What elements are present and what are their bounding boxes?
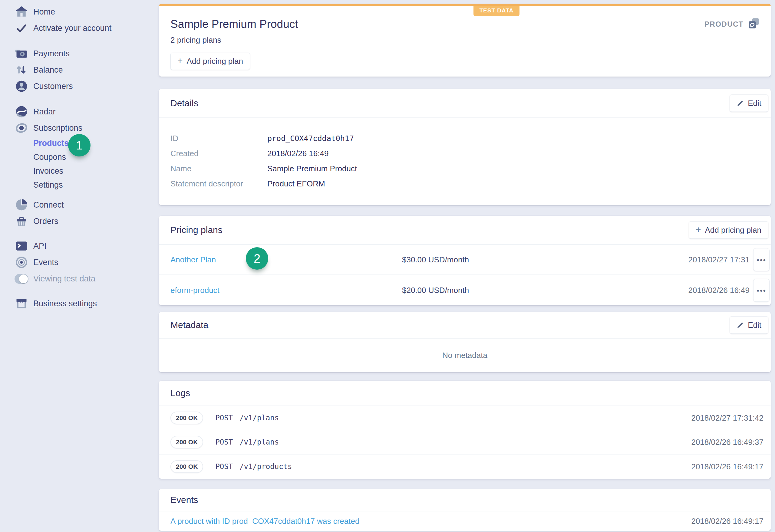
sidebar-item-label: API bbox=[33, 241, 47, 251]
sidebar-item-radar[interactable]: Radar bbox=[0, 103, 153, 120]
no-metadata-text: No metadata bbox=[159, 339, 771, 372]
sidebar-item-label: Business settings bbox=[33, 299, 97, 308]
sidebar-item-label: Customers bbox=[33, 82, 73, 91]
plus-icon: + bbox=[696, 225, 701, 234]
product-header-card: TEST DATA PRODUCT Sample Premium Product… bbox=[159, 4, 771, 77]
home-icon bbox=[15, 5, 28, 18]
product-sync-icon bbox=[748, 17, 760, 31]
sidebar-item-customers[interactable]: Customers bbox=[0, 78, 153, 94]
test-data-badge: TEST DATA bbox=[474, 6, 520, 16]
logs-title: Logs bbox=[170, 388, 190, 398]
sidebar-item-label: Events bbox=[33, 258, 58, 267]
sidebar-item-label: Subscriptions bbox=[33, 123, 82, 133]
sidebar-item-orders[interactable]: Orders bbox=[0, 213, 153, 229]
status-badge: 200 OK bbox=[170, 412, 203, 424]
step-1-marker: 1 bbox=[68, 134, 90, 156]
log-request: POST/v1/products bbox=[215, 462, 292, 471]
customers-icon bbox=[15, 80, 28, 93]
event-timestamp: 2018/02/26 16:49:17 bbox=[691, 517, 764, 526]
details-card: Details Edit ID prod_COX47cddat0h17 Crea… bbox=[159, 89, 771, 205]
detail-row-name: Name Sample Premium Product bbox=[170, 161, 759, 176]
edit-details-label: Edit bbox=[748, 99, 761, 108]
sidebar-item-settings[interactable]: Settings bbox=[0, 178, 153, 192]
sidebar-item-payments[interactable]: Payments bbox=[0, 45, 153, 62]
test-data-strip bbox=[159, 4, 771, 6]
events-icon bbox=[15, 256, 28, 269]
check-icon bbox=[15, 22, 28, 34]
sidebar-item-balance[interactable]: Balance bbox=[0, 62, 153, 78]
edit-metadata-label: Edit bbox=[748, 320, 761, 330]
sidebar-item-label: Coupons bbox=[33, 153, 66, 162]
storefront-icon bbox=[15, 297, 28, 310]
detail-row-id: ID prod_COX47cddat0h17 bbox=[170, 131, 759, 146]
toggle-icon[interactable] bbox=[15, 274, 28, 284]
page-title: Sample Premium Product bbox=[170, 4, 759, 31]
step-2-marker: 2 bbox=[246, 247, 268, 270]
orders-icon bbox=[15, 215, 28, 228]
add-pricing-plan-button-secondary[interactable]: + Add pricing plan bbox=[689, 222, 768, 239]
sidebar-item-label: Orders bbox=[33, 217, 58, 226]
sidebar-item-subscriptions[interactable]: Subscriptions bbox=[0, 120, 153, 136]
radar-icon bbox=[15, 105, 28, 118]
plan-overflow-button[interactable]: ●●● bbox=[753, 248, 770, 271]
edit-details-button[interactable]: Edit bbox=[730, 95, 768, 112]
detail-row-statement-descriptor: Statement descriptor Product EFORM bbox=[170, 176, 759, 191]
log-request: POST/v1/plans bbox=[215, 414, 279, 422]
plan-created-date: 2018/02/26 16:49 bbox=[688, 286, 750, 295]
metadata-title: Metadata bbox=[170, 320, 208, 330]
plan-price: $20.00 USD/month bbox=[402, 286, 688, 295]
add-pricing-plan-label: Add pricing plan bbox=[705, 225, 761, 235]
status-badge: 200 OK bbox=[170, 436, 203, 448]
sidebar-item-connect[interactable]: Connect bbox=[0, 197, 153, 213]
sidebar-item-business-settings[interactable]: Business settings bbox=[0, 295, 153, 312]
logs-card: Logs 200 OK POST/v1/plans 2018/02/27 17:… bbox=[159, 381, 771, 479]
log-request: POST/v1/plans bbox=[215, 438, 279, 446]
sidebar-item-label: Products bbox=[33, 139, 69, 148]
sidebar-item-label: Viewing test data bbox=[33, 274, 95, 284]
plan-name-link[interactable]: eform-product bbox=[170, 286, 402, 295]
log-timestamp: 2018/02/27 17:31:42 bbox=[691, 413, 764, 423]
events-title: Events bbox=[170, 495, 198, 505]
plan-count-subtitle: 2 pricing plans bbox=[170, 35, 759, 45]
pencil-icon bbox=[737, 100, 744, 107]
detail-row-created: Created 2018/02/26 16:49 bbox=[170, 146, 759, 161]
plan-name-link[interactable]: Another Plan bbox=[170, 255, 402, 264]
log-timestamp: 2018/02/26 16:49:37 bbox=[691, 438, 764, 447]
sidebar-item-label: Balance bbox=[33, 65, 63, 75]
sidebar-item-invoices[interactable]: Invoices bbox=[0, 164, 153, 178]
plan-created-date: 2018/02/27 17:31 bbox=[688, 255, 750, 264]
log-row[interactable]: 200 OK POST/v1/plans 2018/02/26 16:49:37 bbox=[159, 430, 771, 455]
log-row[interactable]: 200 OK POST/v1/products 2018/02/26 16:49… bbox=[159, 455, 771, 479]
sidebar-item-test-data-toggle[interactable]: Viewing test data bbox=[0, 271, 153, 287]
details-title: Details bbox=[170, 98, 198, 108]
log-row[interactable]: 200 OK POST/v1/plans 2018/02/27 17:31:42 bbox=[159, 406, 771, 430]
sidebar-item-label: Connect bbox=[33, 200, 64, 210]
connect-icon bbox=[15, 198, 28, 212]
plan-price: $30.00 USD/month bbox=[402, 255, 688, 264]
sidebar-item-label: Home bbox=[33, 7, 55, 17]
object-type-text: PRODUCT bbox=[704, 20, 744, 28]
pencil-icon bbox=[737, 321, 744, 329]
sidebar-item-label: Invoices bbox=[33, 166, 63, 176]
sidebar-item-label: Payments bbox=[33, 49, 70, 58]
add-pricing-plan-button[interactable]: + Add pricing plan bbox=[170, 53, 250, 70]
plan-overflow-button[interactable]: ●●● bbox=[753, 279, 770, 302]
status-badge: 200 OK bbox=[170, 460, 203, 473]
sidebar-item-api[interactable]: API bbox=[0, 238, 153, 254]
sidebar-item-label: Settings bbox=[33, 180, 63, 190]
add-pricing-plan-label: Add pricing plan bbox=[187, 57, 243, 66]
sidebar: Home Activate your account Payments Bala… bbox=[0, 0, 153, 532]
sidebar-item-activate[interactable]: Activate your account bbox=[0, 20, 153, 36]
edit-metadata-button[interactable]: Edit bbox=[730, 317, 768, 334]
subscriptions-icon bbox=[15, 121, 28, 135]
sidebar-item-events[interactable]: Events bbox=[0, 254, 153, 271]
api-icon bbox=[15, 239, 28, 253]
object-type-label: PRODUCT bbox=[704, 17, 760, 31]
event-link[interactable]: A product with ID prod_COX47cddat0h17 wa… bbox=[170, 517, 359, 526]
metadata-card: Metadata Edit No metadata bbox=[159, 312, 771, 372]
sidebar-item-home[interactable]: Home bbox=[0, 4, 153, 20]
log-timestamp: 2018/02/26 16:49:17 bbox=[691, 462, 764, 471]
payments-icon bbox=[15, 47, 28, 60]
sidebar-item-label: Activate your account bbox=[33, 24, 111, 33]
event-row: A product with ID prod_COX47cddat0h17 wa… bbox=[159, 511, 771, 531]
